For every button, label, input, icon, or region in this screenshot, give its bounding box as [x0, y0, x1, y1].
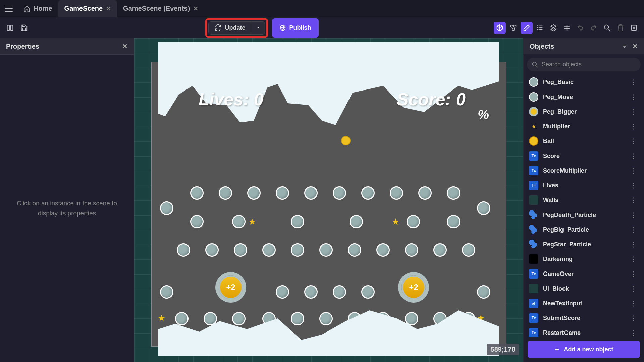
peg-instance[interactable]	[477, 285, 490, 299]
object-item[interactable]: TxLives⋮	[524, 178, 644, 193]
peg-instance[interactable]	[390, 186, 403, 200]
update-button[interactable]: Update	[208, 21, 252, 35]
object-item[interactable]: Peg_Basic⋮	[524, 75, 644, 89]
peg-instance[interactable]	[319, 312, 333, 325]
redo-button[interactable]	[588, 22, 600, 34]
ball-instance[interactable]	[341, 136, 351, 145]
peg-instance[interactable]	[177, 243, 190, 257]
tab-gamescene[interactable]: GameScene ✕	[58, 0, 117, 17]
peg-instance[interactable]	[405, 243, 418, 257]
peg-instance[interactable]	[361, 186, 375, 200]
peg-instance[interactable]	[232, 215, 246, 228]
object-more-button[interactable]: ⋮	[628, 299, 639, 307]
peg-instance[interactable]	[433, 243, 447, 257]
object-item[interactable]: Darkening⋮	[524, 252, 644, 266]
peg-instance[interactable]	[462, 243, 475, 257]
objects-search[interactable]	[527, 58, 641, 71]
object-more-button[interactable]: ⋮	[628, 78, 639, 86]
peg-instance[interactable]	[333, 186, 346, 200]
multiplier-text[interactable]: %	[478, 108, 489, 122]
star-instance[interactable]: ★	[392, 217, 400, 225]
object-more-button[interactable]: ⋮	[628, 167, 639, 175]
peg-bigger-instance[interactable]: +2	[401, 275, 426, 299]
object-more-button[interactable]: ⋮	[628, 255, 639, 263]
peg-instance[interactable]	[175, 312, 189, 325]
object-item[interactable]: aINewTextInput⋮	[524, 296, 644, 311]
peg-instance[interactable]	[234, 243, 247, 257]
tool-edit-button[interactable]	[521, 22, 533, 34]
tool-objects-button[interactable]	[507, 22, 519, 34]
object-more-button[interactable]: ⋮	[628, 240, 639, 248]
peg-instance[interactable]	[405, 312, 418, 325]
peg-instance[interactable]	[190, 215, 204, 228]
peg-instance[interactable]	[361, 285, 375, 299]
score-text[interactable]: Score: 0	[397, 89, 466, 109]
peg-instance[interactable]	[205, 243, 219, 257]
peg-instance[interactable]	[204, 312, 217, 325]
object-more-button[interactable]: ⋮	[628, 285, 639, 293]
star-instance[interactable]: ★	[158, 313, 166, 322]
settings-button[interactable]	[628, 22, 640, 34]
object-more-button[interactable]: ⋮	[628, 314, 639, 322]
peg-instance[interactable]	[190, 186, 204, 200]
tool-layers-button[interactable]	[547, 22, 559, 34]
peg-instance[interactable]	[304, 285, 318, 299]
peg-instance[interactable]	[247, 186, 261, 200]
save-button[interactable]	[18, 22, 30, 34]
peg-instance[interactable]	[276, 186, 289, 200]
peg-instance[interactable]	[219, 186, 232, 200]
undo-button[interactable]	[574, 22, 586, 34]
peg-instance[interactable]	[477, 201, 490, 215]
peg-instance[interactable]	[276, 285, 289, 299]
object-item[interactable]: TxSubmitScore⋮	[524, 311, 644, 325]
main-menu-button[interactable]	[0, 0, 17, 17]
peg-instance[interactable]	[376, 243, 390, 257]
object-item[interactable]: TxGameOver⋮	[524, 266, 644, 281]
peg-instance[interactable]	[348, 243, 361, 257]
star-instance[interactable]: ★	[248, 217, 257, 225]
peg-instance[interactable]	[291, 243, 304, 257]
object-item[interactable]: TxScoreMultiplier⋮	[524, 163, 644, 178]
object-more-button[interactable]: ⋮	[628, 181, 639, 189]
object-more-button[interactable]: ⋮	[628, 211, 639, 219]
peg-instance[interactable]	[319, 243, 333, 257]
tab-home[interactable]: Home	[17, 0, 58, 17]
zoom-button[interactable]	[601, 22, 613, 34]
lives-text[interactable]: Lives: 0	[199, 89, 264, 109]
object-more-button[interactable]: ⋮	[628, 108, 639, 116]
object-item[interactable]: Walls⋮	[524, 193, 644, 207]
peg-instance[interactable]	[407, 215, 420, 228]
add-object-button[interactable]: ＋ Add a new object	[528, 341, 640, 358]
object-item[interactable]: PegDeath_Particle⋮	[524, 207, 644, 222]
object-item[interactable]: PegStar_Particle⋮	[524, 237, 644, 252]
tool-grid-button[interactable]	[561, 22, 573, 34]
object-item[interactable]: Peg_Move⋮	[524, 89, 644, 104]
object-item[interactable]: Peg_Bigger⋮	[524, 104, 644, 119]
publish-button[interactable]: Publish	[272, 18, 319, 38]
object-more-button[interactable]: ⋮	[628, 93, 639, 101]
delete-button[interactable]	[614, 22, 627, 34]
panel-toggle-button[interactable]	[4, 22, 16, 34]
peg-instance[interactable]	[291, 312, 304, 325]
object-item[interactable]: ★Multiplier⋮	[524, 119, 644, 134]
tool-list-button[interactable]	[534, 22, 546, 34]
peg-instance[interactable]	[304, 186, 318, 200]
objects-search-input[interactable]	[542, 61, 636, 68]
peg-instance[interactable]	[160, 201, 173, 215]
tool-3d-button[interactable]	[494, 22, 506, 34]
peg-instance[interactable]	[447, 215, 460, 228]
peg-instance[interactable]	[418, 186, 432, 200]
scene-canvas[interactable]: Lives: 0 Score: 0 % ★ ★	[134, 38, 523, 362]
object-more-button[interactable]: ⋮	[628, 270, 639, 278]
object-more-button[interactable]: ⋮	[628, 196, 639, 204]
close-properties-button[interactable]: ✕	[122, 42, 128, 50]
peg-instance[interactable]	[333, 285, 346, 299]
object-item[interactable]: PegBig_Particle⋮	[524, 222, 644, 237]
peg-instance[interactable]	[232, 312, 246, 325]
close-icon[interactable]: ✕	[193, 5, 198, 12]
peg-instance[interactable]	[447, 186, 460, 200]
object-item[interactable]: TxScore⋮	[524, 148, 644, 163]
peg-instance[interactable]	[350, 215, 363, 228]
tab-gamescene-events[interactable]: GameScene (Events) ✕	[117, 0, 204, 17]
object-more-button[interactable]: ⋮	[628, 137, 639, 145]
